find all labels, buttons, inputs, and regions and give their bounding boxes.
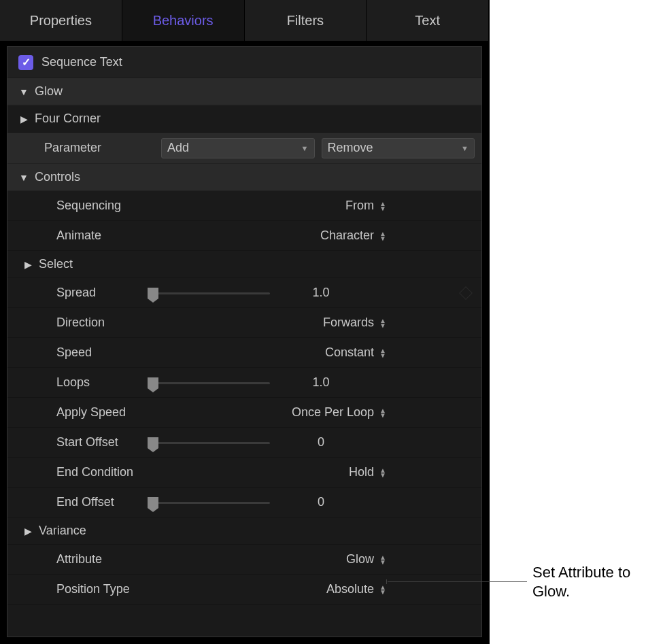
direction-label: Direction [18, 316, 148, 330]
row-sequencing: Sequencing From ▲▼ [7, 191, 481, 221]
end-condition-value: Hold [349, 465, 374, 479]
inspector-content: ✓ Sequence Text ▼ Glow ▶ Four Corner Par… [7, 46, 482, 637]
row-loops: Loops 1.0 [7, 368, 481, 398]
start-offset-label: Start Offset [18, 435, 148, 450]
sequencing-label: Sequencing [18, 199, 148, 213]
tab-filters[interactable]: Filters [245, 0, 367, 41]
tab-text[interactable]: Text [367, 0, 489, 41]
apply-speed-label: Apply Speed [18, 405, 148, 420]
stepper-icon: ▲▼ [379, 468, 386, 477]
chevron-right-icon: ▶ [22, 526, 33, 537]
chevron-down-icon: ▼ [301, 144, 309, 152]
chevron-down-icon: ▼ [18, 172, 29, 183]
sequencing-value: From [345, 199, 374, 213]
apply-speed-select[interactable]: Once Per Loop ▲▼ [292, 405, 475, 420]
animate-value: Character [320, 228, 374, 243]
callout-line [388, 581, 527, 582]
inspector-tabs: Properties Behaviors Filters Text [0, 0, 489, 41]
start-offset-slider[interactable] [148, 436, 270, 450]
inspector-panel: Properties Behaviors Filters Text ✓ Sequ… [0, 0, 490, 644]
callout-annotation: Set Attribute to Glow. [388, 563, 641, 600]
position-type-label: Position Type [18, 582, 148, 596]
parameter-label: Parameter [18, 141, 154, 155]
animate-select[interactable]: Character ▲▼ [320, 228, 475, 243]
keyframe-icon[interactable] [459, 286, 473, 300]
behavior-title: Sequence Text [41, 55, 122, 69]
chevron-right-icon: ▶ [22, 259, 33, 270]
stepper-icon: ▲▼ [379, 231, 386, 241]
group-controls[interactable]: ▼ Controls [7, 164, 481, 191]
chevron-right-icon: ▶ [18, 114, 29, 124]
group-four-corner[interactable]: ▶ Four Corner [7, 105, 481, 133]
loops-slider[interactable] [148, 376, 270, 390]
row-animate: Animate Character ▲▼ [7, 221, 481, 251]
row-spread: Spread 1.0 [7, 278, 481, 308]
loops-value[interactable]: 1.0 [284, 375, 420, 390]
parameter-add-dropdown[interactable]: Add ▼ [161, 138, 315, 158]
row-start-offset: Start Offset 0 [7, 428, 481, 458]
attribute-value: Glow [346, 552, 374, 566]
row-end-offset: End Offset 0 [7, 488, 481, 518]
group-controls-label: Controls [35, 170, 80, 184]
group-glow-label: Glow [35, 84, 63, 99]
tab-behaviors[interactable]: Behaviors [122, 0, 245, 41]
callout-text: Set Attribute to Glow. [532, 563, 641, 600]
spread-value[interactable]: 1.0 [284, 286, 420, 300]
stepper-icon: ▲▼ [379, 585, 386, 594]
group-select[interactable]: ▶ Select [7, 251, 481, 278]
group-glow[interactable]: ▼ Glow [7, 78, 481, 105]
spread-slider[interactable] [148, 286, 270, 300]
attribute-label: Attribute [18, 552, 148, 566]
sequencing-select[interactable]: From ▲▼ [339, 199, 475, 213]
row-apply-speed: Apply Speed Once Per Loop ▲▼ [7, 398, 481, 428]
direction-value: Forwards [323, 316, 374, 330]
row-direction: Direction Forwards ▲▼ [7, 308, 481, 338]
animate-label: Animate [18, 228, 148, 243]
stepper-icon: ▲▼ [379, 408, 386, 418]
group-variance[interactable]: ▶ Variance [7, 518, 481, 545]
group-four-corner-label: Four Corner [35, 112, 101, 126]
end-condition-select[interactable]: Hold ▲▼ [339, 465, 475, 479]
spread-label: Spread [18, 286, 148, 300]
group-variance-label: Variance [39, 524, 86, 538]
stepper-icon: ▲▼ [379, 201, 386, 211]
sequence-text-checkbox[interactable]: ✓ [18, 55, 33, 70]
parameter-add-label: Add [167, 141, 189, 155]
end-offset-value[interactable]: 0 [284, 495, 420, 509]
speed-select[interactable]: Constant ▲▼ [325, 345, 475, 360]
stepper-icon: ▲▼ [379, 348, 386, 358]
group-select-label: Select [39, 257, 73, 271]
apply-speed-value: Once Per Loop [292, 405, 374, 420]
start-offset-value[interactable]: 0 [284, 435, 420, 450]
speed-label: Speed [18, 345, 148, 360]
parameter-row: Parameter Add ▼ Remove ▼ [7, 133, 481, 164]
stepper-icon: ▲▼ [379, 318, 386, 328]
chevron-down-icon: ▼ [461, 144, 469, 152]
behavior-header: ✓ Sequence Text [7, 47, 481, 78]
annotation-background [490, 0, 646, 644]
end-condition-label: End Condition [18, 465, 148, 479]
direction-select[interactable]: Forwards ▲▼ [323, 316, 475, 330]
row-end-condition: End Condition Hold ▲▼ [7, 458, 481, 488]
chevron-down-icon: ▼ [18, 86, 29, 97]
row-speed: Speed Constant ▲▼ [7, 338, 481, 368]
parameter-remove-dropdown[interactable]: Remove ▼ [322, 138, 475, 158]
speed-value: Constant [325, 345, 374, 360]
end-offset-slider[interactable] [148, 496, 270, 509]
loops-label: Loops [18, 375, 148, 390]
tab-properties[interactable]: Properties [0, 0, 122, 41]
parameter-remove-label: Remove [328, 141, 373, 155]
position-type-value: Absolute [326, 582, 374, 596]
end-offset-label: End Offset [18, 495, 148, 509]
stepper-icon: ▲▼ [379, 555, 386, 564]
